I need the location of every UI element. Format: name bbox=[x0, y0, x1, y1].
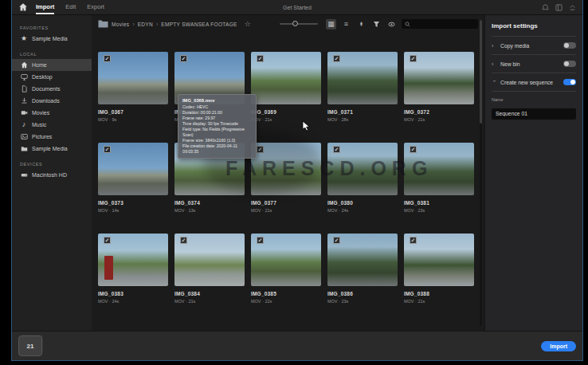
selection-checkbox[interactable]: ✓ bbox=[104, 55, 111, 62]
media-tile-img_0388[interactable]: ✓ IMG_0388 MOV · 21s bbox=[404, 234, 474, 304]
toggle-new-bin[interactable] bbox=[563, 61, 576, 67]
mode-tab-label: Export bbox=[87, 3, 104, 10]
sidebar-item-home[interactable]: Home bbox=[12, 59, 92, 71]
selection-checkbox[interactable]: ✓ bbox=[410, 237, 417, 244]
media-tile-img_0367[interactable]: ✓ IMG_0367 MOV · 9s bbox=[98, 52, 168, 122]
media-filename: IMG_0372 bbox=[404, 109, 474, 115]
media-thumbnail[interactable]: ✓ bbox=[174, 234, 245, 286]
watermark-text: FARESCD.ORG bbox=[225, 157, 433, 180]
vertical-scrollbar[interactable] bbox=[480, 20, 482, 326]
sidebar-item-documents[interactable]: Documents bbox=[12, 83, 92, 95]
sidebar-item-pictures[interactable]: Pictures bbox=[12, 131, 92, 143]
tab-export[interactable]: Export bbox=[87, 0, 104, 14]
media-filename: IMG_0380 bbox=[327, 200, 398, 206]
sort-icon: ▲▼ bbox=[359, 22, 363, 26]
media-tile-img_0371[interactable]: ✓ IMG_0371 MOV · 28s bbox=[327, 52, 398, 122]
desktop-icon bbox=[20, 73, 28, 81]
sidebar-item-sample-media[interactable]: Sample Media bbox=[12, 143, 92, 155]
chevron-icon[interactable]: › bbox=[492, 43, 496, 49]
sidebar-section-items: ★ Sample Media bbox=[12, 33, 92, 45]
breadcrumb-item[interactable]: EDYN bbox=[138, 22, 153, 27]
sort-button[interactable]: ▲▼ bbox=[356, 19, 367, 29]
setting-row-copy-media[interactable]: › Copy media bbox=[492, 36, 576, 54]
breadcrumb-item[interactable]: EMPTY SWANSEA FOOTAGE bbox=[161, 22, 237, 27]
media-thumbnail[interactable]: ✓ bbox=[98, 143, 168, 195]
search-input[interactable] bbox=[413, 21, 478, 28]
search-icon bbox=[405, 22, 410, 27]
media-browser: Movies›EDYN›EMPTY SWANSEA FOOTAGE ☆ ▦ ≡ … bbox=[92, 15, 484, 331]
selection-checkbox[interactable]: ✓ bbox=[104, 237, 111, 244]
selection-checkbox[interactable]: ✓ bbox=[333, 55, 340, 62]
media-thumbnail[interactable]: ✓ bbox=[98, 234, 168, 286]
breadcrumb: Movies›EDYN›EMPTY SWANSEA FOOTAGE bbox=[98, 20, 237, 28]
list-view-button[interactable]: ≡ bbox=[341, 19, 351, 29]
sidebar-item-movies[interactable]: Movies bbox=[12, 107, 92, 119]
selection-checkbox[interactable]: ✓ bbox=[180, 55, 187, 62]
setting-row-new-bin[interactable]: › New bin bbox=[492, 54, 576, 73]
media-info-tooltip: IMG_0368.mov Codec: HEVCDuration: 00:00:… bbox=[178, 94, 257, 159]
media-tile-img_0369[interactable]: ✓ IMG_0369 MOV · 21s bbox=[251, 52, 321, 122]
filter-button[interactable] bbox=[371, 19, 382, 29]
breadcrumb-item[interactable]: Movies bbox=[112, 22, 129, 27]
favorite-star-icon[interactable]: ☆ bbox=[245, 20, 251, 28]
workspace-icon[interactable] bbox=[555, 4, 563, 11]
sidebar-item-downloads[interactable]: Downloads bbox=[12, 95, 92, 107]
selection-checkbox[interactable]: ✓ bbox=[257, 55, 264, 62]
scrollbar-thumb[interactable] bbox=[480, 20, 482, 124]
import-button[interactable]: Import bbox=[541, 341, 576, 351]
mode-tab-label: Edit bbox=[65, 3, 76, 10]
media-filename: IMG_0386 bbox=[327, 291, 398, 296]
content-toolbar: Movies›EDYN›EMPTY SWANSEA FOOTAGE ☆ ▦ ≡ … bbox=[92, 15, 484, 33]
media-filename: IMG_0367 bbox=[98, 109, 168, 115]
preview-button[interactable] bbox=[386, 19, 397, 29]
grid-view-button[interactable]: ▦ bbox=[326, 19, 336, 29]
setting-row-create-new-sequence[interactable]: › Create new sequence bbox=[492, 73, 576, 92]
sequence-name-input[interactable] bbox=[492, 108, 576, 120]
selection-checkbox[interactable]: ✓ bbox=[333, 146, 340, 153]
media-tile-img_0386[interactable]: ✓ IMG_0386 MOV · 23s bbox=[327, 234, 398, 304]
toggle-create-new-sequence[interactable] bbox=[563, 79, 576, 85]
media-filename: IMG_0371 bbox=[327, 109, 398, 115]
sidebar-item-label: Pictures bbox=[32, 134, 52, 139]
media-thumbnail[interactable]: ✓ bbox=[404, 234, 474, 286]
media-thumbnail[interactable]: ✓ bbox=[251, 52, 321, 104]
sidebar-item-macintosh-hd[interactable]: Macintosh HD bbox=[12, 169, 92, 181]
media-tile-img_0385[interactable]: ✓ IMG_0385 MOV · 22s bbox=[251, 234, 321, 304]
media-tile-img_0383[interactable]: ✓ IMG_0383 MOV · 24s bbox=[98, 234, 168, 304]
sidebar-section-title: FAVORITES bbox=[12, 23, 92, 33]
media-thumbnail[interactable]: ✓ bbox=[98, 52, 168, 104]
media-tile-img_0373[interactable]: ✓ IMG_0373 MOV · 14s bbox=[98, 143, 168, 213]
toggle-copy-media[interactable] bbox=[563, 42, 576, 49]
selection-checkbox[interactable]: ✓ bbox=[410, 55, 417, 62]
media-thumbnail[interactable]: ✓ bbox=[327, 52, 398, 104]
selection-checkbox[interactable]: ✓ bbox=[333, 237, 340, 244]
home-icon[interactable] bbox=[18, 2, 28, 12]
tab-import[interactable]: Import bbox=[36, 0, 54, 14]
slider-knob[interactable] bbox=[292, 21, 298, 26]
chevron-icon[interactable]: › bbox=[492, 61, 496, 67]
search-box[interactable] bbox=[402, 19, 478, 29]
sidebar-item-desktop[interactable]: Desktop bbox=[12, 71, 92, 83]
sidebar-item-label: Desktop bbox=[32, 74, 53, 80]
media-tile-img_0384[interactable]: ✓ IMG_0384 MOV · 21s bbox=[174, 234, 245, 304]
selection-checkbox[interactable]: ✓ bbox=[180, 237, 187, 244]
media-tile-img_0372[interactable]: ✓ IMG_0372 MOV · 21s bbox=[404, 52, 474, 122]
media-thumbnail[interactable]: ✓ bbox=[327, 234, 398, 286]
media-thumbnail[interactable]: ✓ bbox=[251, 234, 321, 286]
thumbnail-size-slider[interactable] bbox=[280, 23, 318, 25]
tab-edit[interactable]: Edit bbox=[65, 0, 76, 14]
chevron-icon[interactable]: › bbox=[492, 80, 497, 84]
selection-checkbox[interactable]: ✓ bbox=[104, 146, 111, 153]
notifications-icon[interactable] bbox=[542, 4, 549, 11]
media-thumbnail[interactable]: ✓ bbox=[404, 52, 474, 104]
sidebar-item-sample-media[interactable]: ★ Sample Media bbox=[12, 33, 92, 45]
selection-stack[interactable]: 21 bbox=[18, 336, 42, 356]
titlebar-right-icons bbox=[542, 4, 576, 11]
get-started-link[interactable]: Get Started bbox=[283, 5, 312, 10]
media-meta: MOV · 21s bbox=[404, 117, 474, 122]
selection-checkbox[interactable]: ✓ bbox=[257, 237, 264, 244]
selection-checkbox[interactable]: ✓ bbox=[410, 146, 417, 153]
sidebar-item-music[interactable]: ♪ Music bbox=[12, 119, 92, 131]
maximize-icon[interactable] bbox=[569, 4, 576, 11]
media-filename: IMG_0381 bbox=[404, 200, 474, 206]
